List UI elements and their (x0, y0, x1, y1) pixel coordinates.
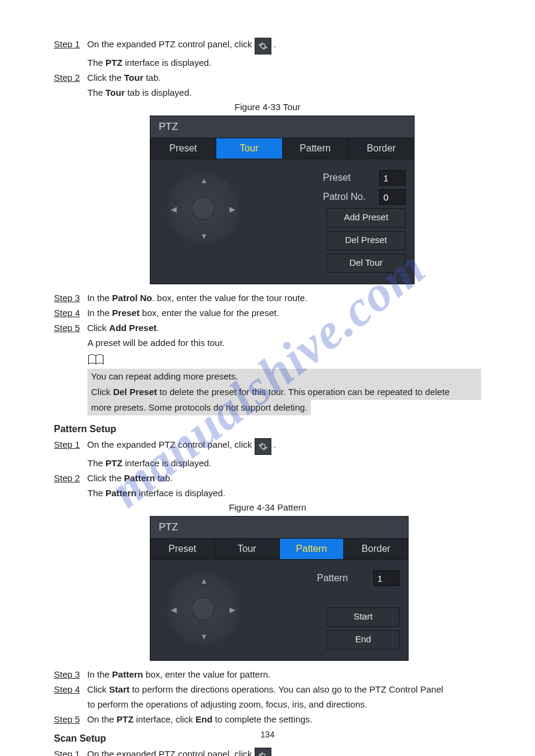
pattern-step1-pre: On the expanded PTZ control panel, click (87, 438, 252, 451)
add-preset-button[interactable]: Add Preset (327, 208, 406, 227)
step5-label: Step 5 (54, 321, 80, 335)
note-line-2: Click Del Preset to delete the preset fo… (87, 384, 481, 400)
pat-step4-text: Click Start to perform the directions op… (87, 683, 443, 696)
gear-icon[interactable] (255, 38, 271, 54)
pat-step4-cont: to perform the operations of adjusting z… (87, 698, 481, 711)
ptz-tour-panel: PTZ Preset Tour Pattern Border ▲ ▼ ◀ ▶ P… (150, 116, 415, 284)
step2-result: The Tour tab is displayed. (87, 86, 481, 99)
dpad-down-icon[interactable]: ▼ (200, 232, 208, 241)
pat-step3-text: In the Pattern box, enter the value for … (87, 668, 270, 681)
pat-step5-text: On the PTZ interface, click End to compl… (87, 713, 312, 726)
step1-text-post: . (274, 38, 276, 51)
tab-border[interactable]: Border (349, 138, 414, 159)
dpad-up-icon[interactable]: ▲ (200, 576, 208, 585)
tab-pattern[interactable]: Pattern (283, 138, 349, 159)
pat-step3-label: Step 3 (54, 668, 80, 681)
note-line-3: more presets. Some protocols do not supp… (87, 400, 311, 415)
dpad-right-icon[interactable]: ▶ (229, 205, 235, 214)
dpad-left-icon[interactable]: ◀ (171, 205, 177, 214)
gear-icon[interactable] (255, 438, 271, 455)
patrol-input[interactable] (379, 189, 406, 205)
pattern-step2-result: The Pattern interface is displayed. (87, 487, 481, 500)
tab-pattern-2[interactable]: Pattern (280, 539, 344, 559)
ptz-dpad-2[interactable]: ▲ ▼ ◀ ▶ (167, 573, 239, 645)
scan-step1-post: . (274, 748, 276, 756)
tab-tour[interactable]: Tour (216, 138, 282, 159)
preset-label: Preset (323, 172, 374, 183)
dpad-up-icon[interactable]: ▲ (200, 176, 208, 185)
step1-result: The PTZ interface is displayed. (87, 56, 481, 69)
note-book-icon (87, 353, 105, 366)
step4-label: Step 4 (54, 306, 80, 320)
del-preset-button[interactable]: Del Preset (327, 231, 406, 250)
dpad-down-icon[interactable]: ▼ (200, 632, 208, 641)
pattern-step1-result: The PTZ interface is displayed. (87, 457, 481, 470)
preset-input[interactable] (379, 170, 406, 186)
gear-icon[interactable] (255, 748, 271, 756)
step1-text-pre: On the expanded PTZ control panel, click (87, 38, 252, 51)
patrol-label: Patrol No. (323, 192, 374, 202)
tab-tour-2[interactable]: Tour (215, 539, 280, 559)
scan-step1-pre: On the expanded PTZ control panel, click (87, 748, 252, 756)
figure-label-pattern: Figure 4-34 Pattern (54, 502, 481, 512)
step3-text: In the Patrol No. box, enter the value f… (87, 292, 307, 305)
step5-text: Click Add Preset. (87, 321, 159, 335)
figure-label-tour: Figure 4-33 Tour (54, 102, 481, 112)
pattern-input[interactable] (373, 570, 400, 586)
note-line-1: You can repeat adding more presets. (87, 369, 481, 384)
step3-label: Step 3 (54, 292, 80, 305)
step4-text: In the Preset box, enter the value for t… (87, 306, 279, 320)
pattern-step2-text: Click the Pattern tab. (87, 472, 173, 485)
dpad-left-icon[interactable]: ◀ (171, 605, 177, 614)
end-button[interactable]: End (327, 630, 400, 649)
scan-step1-label: Step 1 (54, 748, 80, 756)
page-number: 134 (0, 730, 535, 739)
pattern-step1-label: Step 1 (54, 438, 80, 451)
tab-preset[interactable]: Preset (150, 138, 216, 159)
ptz-title-2: PTZ (150, 517, 408, 538)
pattern-step1-post: . (274, 438, 276, 451)
heading-pattern-setup: Pattern Setup (54, 424, 481, 435)
tab-border-2[interactable]: Border (344, 539, 408, 559)
pattern-step2-label: Step 2 (54, 472, 80, 485)
ptz-dpad[interactable]: ▲ ▼ ◀ ▶ (167, 172, 239, 244)
pat-step5-label: Step 5 (54, 713, 80, 726)
tab-preset-2[interactable]: Preset (150, 539, 215, 559)
step2-label: Step 2 (54, 71, 80, 84)
del-tour-button[interactable]: Del Tour (327, 254, 406, 273)
ptz-pattern-panel: PTZ Preset Tour Pattern Border ▲ ▼ ◀ ▶ P… (150, 516, 409, 661)
ptz-title: PTZ (150, 116, 414, 138)
step2-text: Click the Tour tab. (87, 71, 161, 84)
step1-label: Step 1 (54, 38, 80, 51)
pat-step4-label: Step 4 (54, 683, 80, 696)
pattern-label: Pattern (317, 573, 368, 584)
step5-result: A preset will be added for this tour. (87, 336, 481, 350)
start-button[interactable]: Start (327, 608, 400, 627)
dpad-right-icon[interactable]: ▶ (229, 605, 235, 614)
